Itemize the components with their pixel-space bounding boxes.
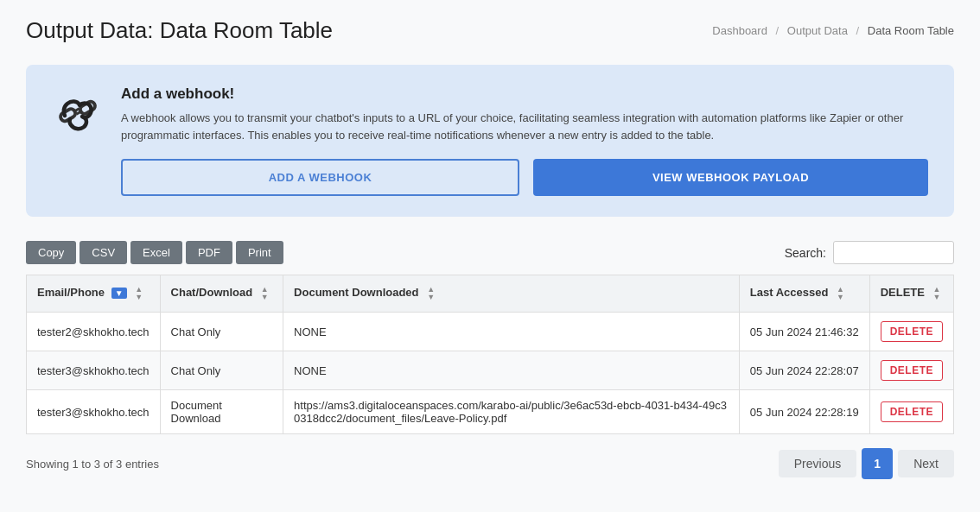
cell-document: https://ams3.digitaloceanspaces.com/kara… — [283, 390, 740, 434]
cell-last-accessed: 05 Jun 2024 22:28:07 — [739, 351, 869, 390]
sort-icon-chat: ▲▼ — [261, 286, 269, 301]
webhook-buttons: ADD A WEBHOOK VIEW WEBHOOK PAYLOAD — [121, 159, 928, 196]
col-document-label: Document Downloaded — [294, 286, 418, 299]
search-input[interactable] — [833, 241, 954, 264]
table-body: tester2@skhokho.techChat OnlyNONE05 Jun … — [27, 313, 954, 434]
add-webhook-button[interactable]: ADD A WEBHOOK — [121, 159, 519, 196]
table-head: Email/Phone ▼ ▲▼ Chat/Download ▲▼ Docume… — [27, 275, 954, 313]
webhook-title: Add a webhook! — [121, 85, 928, 103]
col-email-label: Email/Phone — [37, 286, 105, 299]
search-label: Search: — [785, 246, 826, 260]
sort-icon-delete: ▲▼ — [933, 286, 941, 301]
cell-delete: DELETE — [869, 313, 953, 351]
delete-button-2[interactable]: DELETE — [881, 401, 943, 422]
col-delete[interactable]: DELETE ▲▼ — [869, 275, 953, 313]
breadcrumb-sep-1: / — [776, 24, 780, 37]
breadcrumb-dashboard: Dashboard — [712, 24, 767, 37]
table-row: tester3@skhokho.techDocument Downloadhtt… — [27, 390, 954, 434]
cell-delete: DELETE — [869, 351, 953, 390]
col-document[interactable]: Document Downloaded ▲▼ — [283, 275, 740, 313]
next-button[interactable]: Next — [898, 450, 954, 477]
webhook-description: A webhook allows you to transmit your ch… — [121, 110, 928, 143]
cell-email: tester2@skhokho.tech — [27, 313, 161, 351]
csv-button[interactable]: CSV — [80, 241, 127, 264]
breadcrumb-sep-2: / — [856, 24, 860, 37]
delete-button-0[interactable]: DELETE — [881, 321, 943, 342]
cell-email: tester3@skhokho.tech — [27, 351, 161, 390]
sort-icon-email: ▲▼ — [135, 286, 143, 301]
col-email[interactable]: Email/Phone ▼ ▲▼ — [27, 275, 161, 313]
cell-document: NONE — [283, 351, 740, 390]
webhook-banner: Add a webhook! A webhook allows you to t… — [26, 65, 954, 217]
export-buttons: Copy CSV Excel PDF Print — [26, 241, 283, 264]
previous-button[interactable]: Previous — [779, 450, 856, 477]
sort-icon-accessed: ▲▼ — [837, 286, 844, 301]
table-footer: Showing 1 to 3 of 3 entries Previous 1 N… — [26, 448, 954, 479]
data-table: Email/Phone ▼ ▲▼ Chat/Download ▲▼ Docume… — [26, 275, 954, 434]
page-wrapper: Output Data: Data Room Table Dashboard /… — [0, 0, 980, 496]
cell-chat-download: Document Download — [160, 390, 283, 434]
cell-delete: DELETE — [869, 390, 953, 434]
svg-line-2 — [74, 109, 79, 111]
webhook-icon — [52, 85, 104, 137]
cell-document: NONE — [283, 313, 740, 351]
col-last-accessed-label: Last Accessed — [750, 286, 829, 299]
search-area: Search: — [785, 241, 954, 264]
cell-last-accessed: 05 Jun 2024 22:28:19 — [739, 390, 869, 434]
webhook-content: Add a webhook! A webhook allows you to t… — [121, 85, 928, 196]
filter-icon: ▼ — [111, 288, 127, 299]
table-row: tester2@skhokho.techChat OnlyNONE05 Jun … — [27, 313, 954, 351]
breadcrumb-current: Data Room Table — [868, 24, 954, 37]
pagination: Previous 1 Next — [779, 448, 954, 479]
cell-email: tester3@skhokho.tech — [27, 390, 161, 434]
col-chat-download[interactable]: Chat/Download ▲▼ — [160, 275, 283, 313]
page-header: Output Data: Data Room Table Dashboard /… — [26, 17, 954, 44]
col-last-accessed[interactable]: Last Accessed ▲▼ — [739, 275, 869, 313]
showing-text: Showing 1 to 3 of 3 entries — [26, 458, 159, 471]
col-chat-download-label: Chat/Download — [171, 286, 253, 299]
table-header-row: Email/Phone ▼ ▲▼ Chat/Download ▲▼ Docume… — [27, 275, 954, 313]
pdf-button[interactable]: PDF — [186, 241, 232, 264]
svg-line-3 — [76, 111, 80, 114]
breadcrumb-output-data: Output Data — [787, 24, 848, 37]
breadcrumb: Dashboard / Output Data / Data Room Tabl… — [712, 24, 954, 37]
page-1-button[interactable]: 1 — [862, 448, 893, 479]
view-webhook-button[interactable]: VIEW WEBHOOK PAYLOAD — [533, 159, 928, 196]
cell-chat-download: Chat Only — [160, 313, 283, 351]
page-title: Output Data: Data Room Table — [26, 17, 333, 44]
sort-icon-doc: ▲▼ — [427, 286, 435, 301]
cell-chat-download: Chat Only — [160, 351, 283, 390]
table-row: tester3@skhokho.techChat OnlyNONE05 Jun … — [27, 351, 954, 390]
table-controls: Copy CSV Excel PDF Print Search: — [26, 241, 954, 264]
cell-last-accessed: 05 Jun 2024 21:46:32 — [739, 313, 869, 351]
col-delete-label: DELETE — [881, 286, 925, 299]
excel-button[interactable]: Excel — [130, 241, 182, 264]
copy-button[interactable]: Copy — [26, 241, 76, 264]
delete-button-1[interactable]: DELETE — [881, 360, 943, 381]
print-button[interactable]: Print — [236, 241, 283, 264]
